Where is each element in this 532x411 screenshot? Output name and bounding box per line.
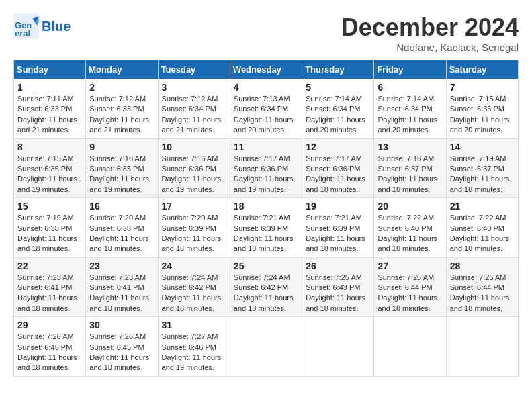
page-header: Gen eral Blue December 2024 Ndofane, Kao… — [13, 13, 519, 53]
sunset-label: Sunset: 6:39 PM — [162, 224, 216, 232]
day-number: 27 — [378, 261, 442, 271]
calendar-cell: 19 Sunrise: 7:21 AM Sunset: 6:39 PM Dayl… — [302, 198, 374, 258]
day-info: Sunrise: 7:26 AM Sunset: 6:45 PM Dayligh… — [89, 332, 154, 373]
daylight-label: Daylight: 11 hours and 19 minutes. — [17, 175, 77, 193]
daylight-label: Daylight: 11 hours and 18 minutes. — [89, 353, 149, 371]
calendar-cell: 4 Sunrise: 7:13 AM Sunset: 6:34 PM Dayli… — [230, 79, 302, 139]
day-info: Sunrise: 7:11 AM Sunset: 6:33 PM Dayligh… — [17, 94, 82, 136]
sunrise-label: Sunrise: 7:24 AM — [162, 273, 218, 281]
sunset-label: Sunset: 6:46 PM — [162, 343, 216, 351]
sunset-label: Sunset: 6:37 PM — [450, 165, 504, 173]
sunrise-label: Sunrise: 7:26 AM — [17, 332, 74, 340]
day-number: 4 — [234, 82, 298, 93]
title-section: December 2024 Ndofane, Kaolack, Senegal — [341, 13, 519, 53]
sunrise-label: Sunrise: 7:16 AM — [89, 154, 146, 163]
day-number: 26 — [306, 261, 370, 271]
daylight-label: Daylight: 11 hours and 18 minutes. — [306, 175, 365, 193]
day-number: 28 — [450, 261, 515, 271]
calendar-cell: 9 Sunrise: 7:16 AM Sunset: 6:35 PM Dayli… — [86, 138, 158, 198]
daylight-label: Daylight: 11 hours and 21 minutes. — [162, 116, 222, 134]
sunrise-label: Sunrise: 7:23 AM — [89, 273, 146, 281]
day-number: 7 — [450, 82, 515, 93]
calendar-cell: 14 Sunrise: 7:19 AM Sunset: 6:37 PM Dayl… — [446, 138, 518, 198]
day-info: Sunrise: 7:17 AM Sunset: 6:36 PM Dayligh… — [306, 154, 370, 195]
calendar-cell: 31 Sunrise: 7:27 AM Sunset: 6:46 PM Dayl… — [158, 317, 230, 377]
sunset-label: Sunset: 6:44 PM — [450, 283, 504, 291]
weekday-header: Wednesday — [230, 60, 302, 79]
calendar-cell: 8 Sunrise: 7:15 AM Sunset: 6:35 PM Dayli… — [14, 138, 86, 198]
day-number: 2 — [89, 82, 154, 93]
sunset-label: Sunset: 6:34 PM — [306, 105, 360, 113]
calendar-cell: 12 Sunrise: 7:17 AM Sunset: 6:36 PM Dayl… — [302, 138, 374, 198]
sunset-label: Sunset: 6:41 PM — [89, 283, 144, 291]
sunrise-label: Sunrise: 7:27 AM — [162, 332, 218, 340]
day-info: Sunrise: 7:24 AM Sunset: 6:42 PM Dayligh… — [162, 273, 226, 314]
sunrise-label: Sunrise: 7:25 AM — [450, 273, 506, 281]
sunrise-label: Sunrise: 7:16 AM — [162, 154, 218, 163]
day-info: Sunrise: 7:16 AM Sunset: 6:35 PM Dayligh… — [89, 154, 154, 195]
day-number: 22 — [17, 261, 82, 271]
day-number: 24 — [162, 261, 226, 271]
sunrise-label: Sunrise: 7:25 AM — [306, 273, 362, 281]
sunset-label: Sunset: 6:33 PM — [89, 105, 144, 113]
calendar-cell: 11 Sunrise: 7:17 AM Sunset: 6:36 PM Dayl… — [230, 138, 302, 198]
calendar-cell: 30 Sunrise: 7:26 AM Sunset: 6:45 PM Dayl… — [86, 317, 158, 377]
sunset-label: Sunset: 6:36 PM — [306, 165, 360, 173]
logo: Gen eral Blue — [13, 13, 71, 39]
daylight-label: Daylight: 11 hours and 21 minutes. — [89, 116, 149, 134]
calendar-cell: 15 Sunrise: 7:19 AM Sunset: 6:38 PM Dayl… — [14, 198, 86, 258]
location: Ndofane, Kaolack, Senegal — [341, 42, 519, 53]
daylight-label: Daylight: 11 hours and 18 minutes. — [450, 234, 510, 253]
calendar-week-row: 1 Sunrise: 7:11 AM Sunset: 6:33 PM Dayli… — [14, 79, 519, 139]
sunset-label: Sunset: 6:43 PM — [306, 283, 360, 291]
day-info: Sunrise: 7:15 AM Sunset: 6:35 PM Dayligh… — [17, 154, 82, 195]
daylight-label: Daylight: 11 hours and 18 minutes. — [17, 234, 77, 253]
day-info: Sunrise: 7:15 AM Sunset: 6:35 PM Dayligh… — [450, 94, 515, 136]
sunrise-label: Sunrise: 7:15 AM — [450, 95, 506, 103]
day-info: Sunrise: 7:18 AM Sunset: 6:37 PM Dayligh… — [378, 154, 442, 195]
calendar-cell — [230, 317, 302, 377]
day-info: Sunrise: 7:23 AM Sunset: 6:41 PM Dayligh… — [89, 273, 154, 314]
day-number: 16 — [89, 201, 154, 212]
day-info: Sunrise: 7:25 AM Sunset: 6:44 PM Dayligh… — [450, 273, 515, 314]
day-info: Sunrise: 7:22 AM Sunset: 6:40 PM Dayligh… — [450, 213, 515, 255]
calendar-cell: 21 Sunrise: 7:22 AM Sunset: 6:40 PM Dayl… — [446, 198, 518, 258]
weekday-header-row: SundayMondayTuesdayWednesdayThursdayFrid… — [14, 60, 519, 79]
daylight-label: Daylight: 11 hours and 20 minutes. — [306, 116, 365, 134]
calendar-week-row: 29 Sunrise: 7:26 AM Sunset: 6:45 PM Dayl… — [14, 317, 519, 377]
calendar-cell: 17 Sunrise: 7:20 AM Sunset: 6:39 PM Dayl… — [158, 198, 230, 258]
sunrise-label: Sunrise: 7:12 AM — [89, 95, 146, 103]
weekday-header: Tuesday — [158, 60, 230, 79]
sunset-label: Sunset: 6:34 PM — [162, 105, 216, 113]
daylight-label: Daylight: 11 hours and 18 minutes. — [378, 175, 437, 193]
day-number: 18 — [234, 201, 298, 212]
day-number: 14 — [450, 142, 515, 152]
weekday-header: Monday — [86, 60, 158, 79]
day-number: 13 — [378, 142, 442, 152]
calendar-cell: 1 Sunrise: 7:11 AM Sunset: 6:33 PM Dayli… — [14, 79, 86, 139]
sunrise-label: Sunrise: 7:24 AM — [234, 273, 290, 281]
daylight-label: Daylight: 11 hours and 19 minutes. — [162, 353, 222, 371]
day-number: 30 — [89, 320, 154, 330]
day-number: 1 — [17, 82, 82, 93]
sunrise-label: Sunrise: 7:14 AM — [306, 95, 362, 103]
day-info: Sunrise: 7:23 AM Sunset: 6:41 PM Dayligh… — [17, 273, 82, 314]
day-number: 31 — [162, 320, 226, 330]
calendar-cell: 27 Sunrise: 7:25 AM Sunset: 6:44 PM Dayl… — [374, 257, 446, 317]
calendar-cell: 22 Sunrise: 7:23 AM Sunset: 6:41 PM Dayl… — [14, 257, 86, 317]
calendar-cell — [302, 317, 374, 377]
sunrise-label: Sunrise: 7:12 AM — [162, 95, 218, 103]
sunrise-label: Sunrise: 7:20 AM — [162, 214, 218, 222]
daylight-label: Daylight: 11 hours and 18 minutes. — [89, 293, 149, 312]
calendar-week-row: 22 Sunrise: 7:23 AM Sunset: 6:41 PM Dayl… — [14, 257, 519, 317]
daylight-label: Daylight: 11 hours and 21 minutes. — [17, 116, 77, 134]
sunrise-label: Sunrise: 7:15 AM — [17, 154, 74, 163]
day-info: Sunrise: 7:25 AM Sunset: 6:44 PM Dayligh… — [378, 273, 442, 314]
daylight-label: Daylight: 11 hours and 18 minutes. — [378, 234, 437, 253]
day-number: 9 — [89, 142, 154, 152]
day-number: 19 — [306, 201, 370, 212]
calendar-cell: 6 Sunrise: 7:14 AM Sunset: 6:34 PM Dayli… — [374, 79, 446, 139]
calendar-cell: 24 Sunrise: 7:24 AM Sunset: 6:42 PM Dayl… — [158, 257, 230, 317]
sunset-label: Sunset: 6:41 PM — [17, 283, 72, 291]
weekday-header: Friday — [374, 60, 446, 79]
